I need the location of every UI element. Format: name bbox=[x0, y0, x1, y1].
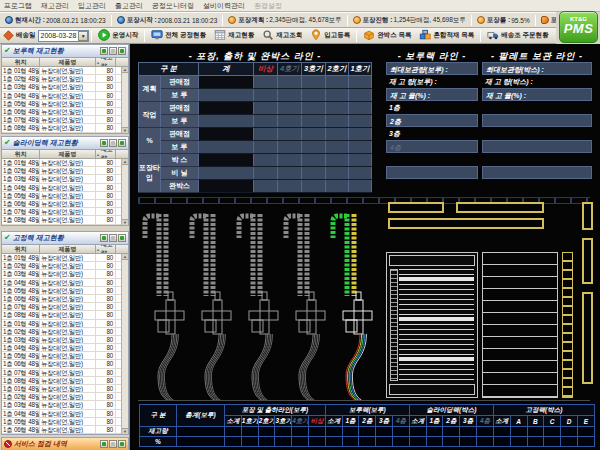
panel-collapse-button[interactable] bbox=[118, 440, 126, 448]
inventory-row[interactable]: 1층 08행 48열뉴장대(연,일반)80 bbox=[2, 311, 128, 319]
value-cell bbox=[325, 437, 342, 447]
inventory-row[interactable]: 1층 02행 48열뉴장대(연,일반)80 bbox=[2, 167, 128, 175]
inventory-row[interactable]: 1층 03행 48열뉴장대(연,일반)80 bbox=[2, 336, 128, 344]
panel-refresh-button[interactable] bbox=[100, 47, 108, 55]
inventory-row[interactable]: 1층 06행 48열뉴장대(연,일반)80 bbox=[2, 200, 128, 208]
inventory-row[interactable]: 1층 03행 48열뉴장대(연,일반)80 bbox=[2, 83, 128, 91]
sort-icon: ▲ bbox=[96, 247, 100, 252]
inventory-row[interactable]: 1층 05행 48열뉴장대(연,일반)80 bbox=[2, 287, 128, 295]
inventory-row[interactable]: 1층 01행 48열뉴장대(연,일반)80 bbox=[2, 254, 128, 262]
inventory-row[interactable]: 1층 05행 48열뉴장대(연,일반)80 bbox=[2, 352, 128, 360]
table-column-headers: 위치제품명▲재고량 bbox=[2, 150, 128, 159]
sub-col-header: C bbox=[544, 416, 561, 427]
inventory-row[interactable]: 1층 01행 48열뉴장대(연,일반)80 bbox=[2, 67, 128, 75]
inventory-row[interactable]: 1층 07행 48열뉴장대(연,일반)80 bbox=[2, 116, 128, 124]
inventory-row[interactable]: 1층 01행 48열뉴장대(연,일반)80 bbox=[2, 320, 128, 328]
panel-pin-button[interactable] bbox=[109, 139, 117, 147]
value-cell bbox=[199, 128, 254, 141]
value-cell bbox=[349, 128, 372, 141]
inventory-row[interactable]: 1층 01행 48열뉴장대(연,일반)80 bbox=[2, 159, 128, 167]
inventory-row[interactable]: 1층 02행 48열뉴장대(연,일반)80 bbox=[2, 328, 128, 336]
toolbar-button-0[interactable]: 운영시작 bbox=[94, 28, 142, 44]
packing-line-title: - 포장, 출하 및 완박스 라인 - bbox=[138, 50, 372, 62]
toolbar-button-6[interactable]: 혼합적재 목록 bbox=[415, 28, 478, 44]
scrollbar[interactable]: ▲▼ bbox=[121, 254, 128, 434]
inventory-row[interactable]: 1층 02행 48열뉴장대(연,일반)80 bbox=[2, 393, 128, 401]
value-cell bbox=[302, 167, 326, 180]
inventory-row[interactable]: 1층 04행 48열뉴장대(연,일반)80 bbox=[2, 410, 128, 418]
line-row bbox=[482, 153, 592, 166]
inventory-row[interactable]: 1층 08행 48열뉴장대(연,일반)80 bbox=[2, 216, 128, 224]
panel-refresh-button[interactable] bbox=[100, 440, 108, 448]
panel-pin-button[interactable] bbox=[109, 440, 117, 448]
menu-bar: 프로그램재고관리입고관리출고관리공정모니터링설비이력관리환경설정 bbox=[0, 0, 600, 12]
line-row: 재 고 율(%) : bbox=[482, 88, 592, 101]
inventory-row[interactable]: 1층 04행 48열뉴장대(연,일반)80 bbox=[2, 184, 128, 192]
pallet-bar-diagram bbox=[582, 202, 593, 230]
inventory-row[interactable]: 1층 07행 48열뉴장대(연,일반)80 bbox=[2, 303, 128, 311]
delivery-date-input[interactable]: 2008-03-28▼ bbox=[38, 30, 90, 42]
inventory-row[interactable]: 1층 06행 48열뉴장대(연,일반)80 bbox=[2, 295, 128, 303]
menu-item-1[interactable]: 재고관리 bbox=[41, 1, 69, 11]
status-item-2: 포장계획 :2,345판매점, 45,678보루 bbox=[228, 16, 341, 25]
row-label: 보 루 bbox=[161, 141, 199, 154]
inventory-row[interactable]: 1층 03행 48열뉴장대(연,일반)80 bbox=[2, 401, 128, 409]
inventory-row[interactable]: 1층 07행 48열뉴장대(연,일반)80 bbox=[2, 208, 128, 216]
menu-item-0[interactable]: 프로그램 bbox=[4, 1, 32, 11]
summary-table: 구 분총계(보루)포장 및 출하라인(보루)보루랙(보루)슬라이딩랙(박스)고정… bbox=[139, 404, 595, 447]
panel-refresh-button[interactable] bbox=[100, 139, 108, 147]
scrollbar[interactable]: ▲▼ bbox=[121, 159, 128, 225]
toolbar-button-5[interactable]: 완박스 목록 bbox=[359, 28, 415, 44]
inventory-row[interactable]: 1층 04행 48열뉴장대(연,일반)80 bbox=[2, 279, 128, 287]
inventory-row[interactable]: 1층 03행 48열뉴장대(연,일반)80 bbox=[2, 270, 128, 278]
pallet-bar-diagram bbox=[456, 202, 544, 213]
value-cell bbox=[254, 102, 278, 115]
inventory-row[interactable]: 1층 05행 48열뉴장대(연,일반)80 bbox=[2, 192, 128, 200]
panel-pin-button[interactable] bbox=[109, 234, 117, 242]
inventory-row[interactable]: 1층 03행 48열뉴장대(연,일반)80 bbox=[2, 175, 128, 183]
inventory-row[interactable]: 1층 07행 48열뉴장대(연,일반)80 bbox=[2, 369, 128, 377]
panel-collapse-button[interactable] bbox=[118, 139, 126, 147]
value-cell bbox=[275, 427, 292, 437]
row-label: 비 닐 bbox=[161, 167, 199, 180]
menu-item-5[interactable]: 설비이력관리 bbox=[203, 1, 245, 11]
floor-line bbox=[138, 400, 590, 401]
inventory-row[interactable]: 1층 06행 48열뉴장대(연,일반)80 bbox=[2, 360, 128, 368]
inventory-row[interactable]: 1층 02행 48열뉴장대(연,일반)80 bbox=[2, 75, 128, 83]
inventory-row[interactable]: 1층 08행 48열뉴장대(연,일반)80 bbox=[2, 124, 128, 132]
panel-collapse-button[interactable] bbox=[118, 47, 126, 55]
sidebar: ✔보루랙 재고현황위치제품명▲재고량1층 01행 48열뉴장대(연,일반)801… bbox=[0, 44, 130, 450]
inventory-row[interactable]: 1층 06행 48열뉴장대(연,일반)80 bbox=[2, 108, 128, 116]
menu-item-4[interactable]: 공정모니터링 bbox=[152, 1, 194, 11]
value-cell bbox=[241, 427, 258, 437]
menu-item-2[interactable]: 입고관리 bbox=[78, 1, 106, 11]
toolbar-button-2[interactable]: 재고현황 bbox=[210, 28, 258, 44]
machine-line-diagram bbox=[234, 208, 280, 402]
toolbar-button-1[interactable]: 전체 공정현황 bbox=[147, 28, 210, 44]
inventory-row[interactable]: 1층 06행 48열뉴장대(연,일반)80 bbox=[2, 426, 128, 434]
inventory-row[interactable]: 1층 05행 48열뉴장대(연,일반)80 bbox=[2, 100, 128, 108]
inventory-row[interactable]: 1층 05행 48열뉴장대(연,일반)80 bbox=[2, 418, 128, 426]
inventory-row[interactable]: 1층 04행 48열뉴장대(연,일반)80 bbox=[2, 344, 128, 352]
inventory-row[interactable]: 1층 08행 48열뉴장대(연,일반)80 bbox=[2, 377, 128, 385]
toolbar-button-4[interactable]: 입고등록 bbox=[306, 28, 354, 44]
line-row bbox=[482, 114, 592, 127]
line-row: 재 고 량(박스) : bbox=[482, 75, 592, 88]
value-cell bbox=[349, 167, 372, 180]
toolbar-button-7[interactable]: 배송조 주문현황 bbox=[483, 28, 552, 44]
toolbar-button-8[interactable]: 소모품 사용입력 bbox=[553, 28, 556, 44]
panel-pin-button[interactable] bbox=[109, 47, 117, 55]
panel-collapse-button[interactable] bbox=[118, 234, 126, 242]
panel-refresh-button[interactable] bbox=[100, 234, 108, 242]
dropdown-arrow-icon[interactable]: ▼ bbox=[78, 31, 88, 41]
toolbar-button-3[interactable]: 재고조회 bbox=[258, 28, 306, 44]
inventory-row[interactable]: 1층 04행 48열뉴장대(연,일반)80 bbox=[2, 92, 128, 100]
col-header: 계 bbox=[199, 63, 254, 76]
menu-item-3[interactable]: 출고관리 bbox=[115, 1, 143, 11]
scrollbar[interactable]: ▲▼ bbox=[121, 67, 128, 133]
value-cell bbox=[326, 102, 349, 115]
toolbar-button-label: 배송조 주문현황 bbox=[501, 31, 548, 40]
inventory-row[interactable]: 1층 02행 48열뉴장대(연,일반)80 bbox=[2, 262, 128, 270]
inventory-row[interactable]: 1층 01행 48열뉴장대(연,일반)80 bbox=[2, 385, 128, 393]
status-item-1: 포장시작 :2008.03.21 18:00:23 bbox=[117, 16, 218, 25]
